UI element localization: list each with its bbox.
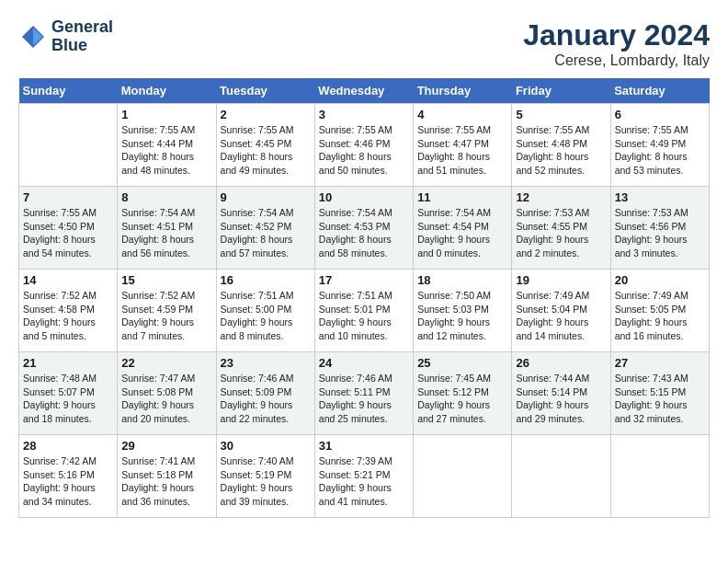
day-info: Sunrise: 7:45 AMSunset: 5:12 PMDaylight:… xyxy=(417,372,507,426)
calendar-cell: 10Sunrise: 7:54 AMSunset: 4:53 PMDayligh… xyxy=(314,187,413,270)
day-number: 14 xyxy=(23,273,113,287)
day-number: 18 xyxy=(417,273,507,287)
day-number: 16 xyxy=(221,273,311,287)
calendar-cell: 23Sunrise: 7:46 AMSunset: 5:09 PMDayligh… xyxy=(216,352,314,435)
day-number: 8 xyxy=(121,190,211,204)
day-info: Sunrise: 7:52 AMSunset: 4:58 PMDaylight:… xyxy=(23,289,113,343)
day-info: Sunrise: 7:49 AMSunset: 5:04 PMDaylight:… xyxy=(516,289,606,343)
day-number: 25 xyxy=(417,356,507,370)
calendar-cell: 30Sunrise: 7:40 AMSunset: 5:19 PMDayligh… xyxy=(216,435,314,518)
day-number: 26 xyxy=(516,356,606,370)
logo: General Blue xyxy=(18,18,113,55)
calendar-cell: 27Sunrise: 7:43 AMSunset: 5:15 PMDayligh… xyxy=(610,352,709,435)
day-number: 1 xyxy=(121,108,211,121)
day-number: 31 xyxy=(319,439,409,453)
day-number: 30 xyxy=(221,439,311,453)
logo-icon xyxy=(18,22,48,52)
calendar-cell: 20Sunrise: 7:49 AMSunset: 5:05 PMDayligh… xyxy=(610,270,709,352)
day-info: Sunrise: 7:55 AMSunset: 4:44 PMDaylight:… xyxy=(121,123,211,178)
day-info: Sunrise: 7:55 AMSunset: 4:50 PMDaylight:… xyxy=(23,206,113,260)
day-info: Sunrise: 7:46 AMSunset: 5:09 PMDaylight:… xyxy=(221,372,311,426)
day-number: 6 xyxy=(615,108,705,121)
calendar-cell: 17Sunrise: 7:51 AMSunset: 5:01 PMDayligh… xyxy=(314,270,413,352)
calendar-cell: 15Sunrise: 7:52 AMSunset: 4:59 PMDayligh… xyxy=(118,270,216,352)
day-number: 11 xyxy=(417,190,507,204)
calendar-cell: 19Sunrise: 7:49 AMSunset: 5:04 PMDayligh… xyxy=(512,270,610,352)
day-number: 9 xyxy=(221,190,311,204)
day-header-monday: Monday xyxy=(118,78,216,104)
day-number: 7 xyxy=(23,190,113,204)
calendar-cell xyxy=(19,104,118,187)
day-info: Sunrise: 7:39 AMSunset: 5:21 PMDaylight:… xyxy=(319,454,409,509)
calendar-cell: 8Sunrise: 7:54 AMSunset: 4:51 PMDaylight… xyxy=(118,187,216,270)
calendar-cell: 11Sunrise: 7:54 AMSunset: 4:54 PMDayligh… xyxy=(414,187,512,270)
logo-text: General Blue xyxy=(51,18,113,55)
calendar-cell: 5Sunrise: 7:55 AMSunset: 4:48 PMDaylight… xyxy=(512,104,610,187)
calendar-cell: 7Sunrise: 7:55 AMSunset: 4:50 PMDaylight… xyxy=(19,187,118,270)
calendar-cell xyxy=(414,435,512,518)
calendar-cell: 3Sunrise: 7:55 AMSunset: 4:46 PMDaylight… xyxy=(314,104,413,187)
day-number: 27 xyxy=(615,356,705,370)
month-title: January 2024 xyxy=(523,18,710,52)
day-info: Sunrise: 7:43 AMSunset: 5:15 PMDaylight:… xyxy=(615,372,705,426)
day-number: 13 xyxy=(615,190,705,204)
day-info: Sunrise: 7:52 AMSunset: 4:59 PMDaylight:… xyxy=(121,289,211,343)
day-number: 5 xyxy=(516,108,606,121)
day-info: Sunrise: 7:54 AMSunset: 4:52 PMDaylight:… xyxy=(221,206,311,260)
day-number: 10 xyxy=(319,190,409,204)
calendar-cell: 22Sunrise: 7:47 AMSunset: 5:08 PMDayligh… xyxy=(118,352,216,435)
day-info: Sunrise: 7:51 AMSunset: 5:01 PMDaylight:… xyxy=(319,289,409,343)
calendar-cell: 14Sunrise: 7:52 AMSunset: 4:58 PMDayligh… xyxy=(19,270,118,352)
calendar-cell: 28Sunrise: 7:42 AMSunset: 5:16 PMDayligh… xyxy=(19,435,118,518)
day-info: Sunrise: 7:41 AMSunset: 5:18 PMDaylight:… xyxy=(121,454,211,509)
day-number: 20 xyxy=(615,273,705,287)
day-info: Sunrise: 7:40 AMSunset: 5:19 PMDaylight:… xyxy=(221,454,311,509)
calendar-week-4: 21Sunrise: 7:48 AMSunset: 5:07 PMDayligh… xyxy=(19,352,710,435)
day-info: Sunrise: 7:54 AMSunset: 4:51 PMDaylight:… xyxy=(121,206,211,260)
calendar-week-1: 1Sunrise: 7:55 AMSunset: 4:44 PMDaylight… xyxy=(19,104,710,187)
calendar-cell: 21Sunrise: 7:48 AMSunset: 5:07 PMDayligh… xyxy=(19,352,118,435)
calendar-table: SundayMondayTuesdayWednesdayThursdayFrid… xyxy=(18,78,710,518)
day-number: 24 xyxy=(319,356,409,370)
day-number: 4 xyxy=(417,108,507,121)
calendar-cell: 9Sunrise: 7:54 AMSunset: 4:52 PMDaylight… xyxy=(216,187,314,270)
day-number: 12 xyxy=(516,190,606,204)
day-number: 21 xyxy=(23,356,113,370)
day-info: Sunrise: 7:55 AMSunset: 4:46 PMDaylight:… xyxy=(319,123,409,178)
day-number: 2 xyxy=(221,108,311,121)
page-header: General Blue January 2024 Cerese, Lombar… xyxy=(18,18,710,69)
day-number: 19 xyxy=(516,273,606,287)
day-number: 23 xyxy=(221,356,311,370)
day-info: Sunrise: 7:53 AMSunset: 4:56 PMDaylight:… xyxy=(615,206,705,260)
day-info: Sunrise: 7:46 AMSunset: 5:11 PMDaylight:… xyxy=(319,372,409,426)
days-header-row: SundayMondayTuesdayWednesdayThursdayFrid… xyxy=(19,78,710,104)
day-number: 3 xyxy=(319,108,409,121)
day-info: Sunrise: 7:48 AMSunset: 5:07 PMDaylight:… xyxy=(23,372,113,426)
calendar-cell: 16Sunrise: 7:51 AMSunset: 5:00 PMDayligh… xyxy=(216,270,314,352)
day-header-thursday: Thursday xyxy=(414,78,512,104)
day-info: Sunrise: 7:51 AMSunset: 5:00 PMDaylight:… xyxy=(221,289,311,343)
day-info: Sunrise: 7:55 AMSunset: 4:48 PMDaylight:… xyxy=(516,123,606,178)
day-number: 17 xyxy=(319,273,409,287)
day-number: 28 xyxy=(23,439,113,453)
calendar-cell: 18Sunrise: 7:50 AMSunset: 5:03 PMDayligh… xyxy=(414,270,512,352)
day-info: Sunrise: 7:54 AMSunset: 4:53 PMDaylight:… xyxy=(319,206,409,260)
day-info: Sunrise: 7:44 AMSunset: 5:14 PMDaylight:… xyxy=(516,372,606,426)
calendar-week-5: 28Sunrise: 7:42 AMSunset: 5:16 PMDayligh… xyxy=(19,435,710,518)
day-info: Sunrise: 7:53 AMSunset: 4:55 PMDaylight:… xyxy=(516,206,606,260)
day-number: 22 xyxy=(121,356,211,370)
calendar-cell: 4Sunrise: 7:55 AMSunset: 4:47 PMDaylight… xyxy=(414,104,512,187)
day-header-wednesday: Wednesday xyxy=(314,78,413,104)
day-info: Sunrise: 7:50 AMSunset: 5:03 PMDaylight:… xyxy=(417,289,507,343)
day-header-tuesday: Tuesday xyxy=(216,78,314,104)
calendar-cell: 26Sunrise: 7:44 AMSunset: 5:14 PMDayligh… xyxy=(512,352,610,435)
day-header-friday: Friday xyxy=(512,78,610,104)
calendar-cell xyxy=(610,435,709,518)
day-info: Sunrise: 7:47 AMSunset: 5:08 PMDaylight:… xyxy=(121,372,211,426)
calendar-cell: 24Sunrise: 7:46 AMSunset: 5:11 PMDayligh… xyxy=(314,352,413,435)
calendar-week-2: 7Sunrise: 7:55 AMSunset: 4:50 PMDaylight… xyxy=(19,187,710,270)
calendar-cell: 29Sunrise: 7:41 AMSunset: 5:18 PMDayligh… xyxy=(118,435,216,518)
calendar-cell: 31Sunrise: 7:39 AMSunset: 5:21 PMDayligh… xyxy=(314,435,413,518)
day-info: Sunrise: 7:42 AMSunset: 5:16 PMDaylight:… xyxy=(23,454,113,509)
day-info: Sunrise: 7:55 AMSunset: 4:49 PMDaylight:… xyxy=(615,123,705,178)
